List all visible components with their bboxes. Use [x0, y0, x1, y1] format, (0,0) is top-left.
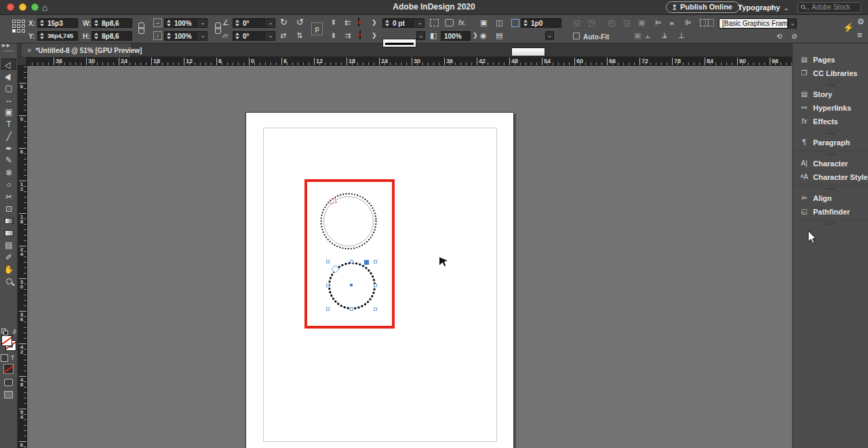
- selection-handle[interactable]: [374, 307, 377, 311]
- y-position-field[interactable]: 36p4,745: [37, 31, 78, 41]
- apply-none-button[interactable]: [3, 364, 14, 374]
- object-style-dropdown[interactable]: [Basic Graphics Frame]+: [719, 18, 788, 29]
- stroke-weight-stepper[interactable]: [384, 19, 390, 27]
- hand-tool[interactable]: ✋: [1, 264, 16, 276]
- note-tool[interactable]: ▤: [1, 240, 16, 251]
- rotate-ccw-button[interactable]: ↺: [296, 18, 304, 26]
- fit-content-proportionally-button[interactable]: ◳: [588, 18, 595, 27]
- flip-vertical-button[interactable]: ⇅: [296, 31, 302, 40]
- corner-shape-dropdown[interactable]: [511, 48, 545, 56]
- align-horizontal-centers-button[interactable]: ⫢: [670, 18, 674, 27]
- x-stepper[interactable]: [39, 19, 45, 27]
- clear-attributes-icon[interactable]: ⊘: [791, 32, 797, 41]
- selection-handle[interactable]: [350, 260, 353, 263]
- chevron-down-icon[interactable]: ⌄: [266, 19, 275, 27]
- gear-icon[interactable]: ⚙: [857, 18, 865, 26]
- align-bottom-edges-button[interactable]: ⊥: [678, 31, 685, 40]
- effects-button[interactable]: fx.: [458, 18, 467, 27]
- fill-options-arrow[interactable]: ❯: [372, 18, 377, 27]
- pencil-tool[interactable]: ✎: [1, 155, 16, 166]
- opacity-field[interactable]: 100%: [441, 31, 471, 41]
- collapse-panel-icon[interactable]: ▶▶: [2, 43, 11, 48]
- panel-button-paragraph[interactable]: ¶Paragraph: [793, 136, 868, 149]
- fill-swatch-none[interactable]: [358, 18, 359, 26]
- default-fill-stroke-icon[interactable]: [1, 329, 6, 333]
- wrap-around-bounding-box-button[interactable]: ◫: [496, 18, 502, 27]
- fill-frame-proportionally-button[interactable]: ◱: [573, 18, 580, 27]
- publish-online-button[interactable]: ↥Publish Online: [666, 1, 740, 13]
- proxy-cell[interactable]: [22, 29, 25, 33]
- opacity-options-arrow[interactable]: ❯: [473, 31, 478, 40]
- chevron-down-icon[interactable]: ⌄: [198, 32, 207, 40]
- type-tool[interactable]: T: [1, 119, 16, 130]
- ellipse-tool[interactable]: ○: [1, 179, 16, 191]
- stroke-style-chevron[interactable]: ⌄: [416, 31, 425, 40]
- page-tool[interactable]: ▢: [1, 83, 16, 94]
- y-stepper[interactable]: [39, 32, 45, 40]
- workspace-switcher[interactable]: Typography⌄: [738, 2, 789, 14]
- shear-stepper[interactable]: [234, 32, 240, 40]
- eyedropper-tool[interactable]: ✐: [1, 252, 16, 263]
- chevron-down-icon[interactable]: ⌄: [198, 19, 207, 27]
- proxy-cell[interactable]: [12, 20, 16, 23]
- select-container-indicator[interactable]: p: [311, 22, 323, 35]
- proxy-cell[interactable]: [17, 20, 20, 23]
- zoom-tool[interactable]: [1, 276, 16, 287]
- corner-radius-field[interactable]: 1p0: [521, 18, 561, 28]
- object-style-chevron[interactable]: ⌄: [788, 18, 797, 29]
- panel-button-pages[interactable]: ▤Pages: [793, 53, 868, 67]
- formatting-affects-container-button[interactable]: [1, 354, 8, 362]
- stroke-weight-field[interactable]: 0 pt⌄: [382, 18, 425, 28]
- fit-frame-to-content-button[interactable]: ◲: [623, 18, 630, 27]
- align-vertical-centers-button[interactable]: ⫡: [662, 31, 667, 40]
- h-stepper[interactable]: [93, 32, 99, 40]
- proxy-cell[interactable]: [22, 20, 25, 23]
- proxy-cell[interactable]: [12, 24, 16, 28]
- shear-angle-field[interactable]: 0°⌄: [233, 31, 275, 41]
- content-collector-tool[interactable]: ▣: [1, 107, 16, 118]
- gradient-feather-tool[interactable]: [1, 227, 16, 239]
- proxy-cell-selected[interactable]: [12, 29, 16, 33]
- selection-tool[interactable]: ▷: [1, 58, 16, 70]
- line-tool[interactable]: ╱: [1, 131, 16, 143]
- panel-group-divider[interactable]: [793, 130, 868, 136]
- align-top-edges-button[interactable]: ⫠: [646, 31, 650, 40]
- corner-options-icon[interactable]: [511, 19, 519, 27]
- wrap-around-object-button[interactable]: ◉: [480, 31, 487, 40]
- chevron-down-icon[interactable]: ⌄: [266, 32, 275, 40]
- stroke-swatch-none[interactable]: [359, 31, 361, 39]
- adobe-stock-search-input[interactable]: ⌄Adobe Stock: [797, 2, 861, 13]
- panel-button-hyperlinks[interactable]: ⚯Hyperlinks: [793, 101, 868, 115]
- panel-button-align[interactable]: ⊨Align: [793, 191, 868, 205]
- selection-handle[interactable]: [350, 307, 353, 311]
- select-previous-object-button[interactable]: ⇇: [344, 18, 351, 27]
- auto-fit-checkbox[interactable]: [573, 33, 580, 39]
- select-container-button[interactable]: ⇞: [330, 18, 336, 27]
- view-mode-button[interactable]: [4, 379, 13, 386]
- proxy-cell[interactable]: [22, 24, 25, 28]
- proxy-cell[interactable]: [17, 24, 20, 28]
- panel-group-divider[interactable]: [793, 151, 868, 157]
- reference-point-proxy[interactable]: [12, 20, 26, 34]
- wrap-none-button[interactable]: ▣: [480, 18, 487, 27]
- panel-menu-icon[interactable]: ≡: [857, 31, 863, 39]
- rotation-stepper[interactable]: [234, 19, 240, 27]
- panel-button-story[interactable]: ▤Story: [793, 88, 868, 101]
- screen-mode-button[interactable]: [4, 391, 13, 398]
- width-field[interactable]: 8p8,6: [92, 18, 132, 28]
- gap-tool[interactable]: ↔: [1, 94, 16, 106]
- height-field[interactable]: 8p8,6: [92, 31, 132, 41]
- stroke-options-arrow[interactable]: ❯: [372, 31, 377, 40]
- fill-swatch[interactable]: [1, 335, 12, 346]
- scissors-tool[interactable]: ✂: [1, 191, 16, 203]
- direct-selection-tool[interactable]: ▶: [1, 71, 16, 82]
- align-left-edges-button[interactable]: ⊨: [655, 18, 662, 27]
- panel-group-divider[interactable]: [793, 185, 868, 191]
- frame-tool[interactable]: ⊗: [1, 167, 16, 179]
- rotation-angle-field[interactable]: 0°⌄: [233, 18, 275, 28]
- align-right-edges-button[interactable]: ⊫: [685, 18, 692, 27]
- pen-tool[interactable]: ✒: [1, 143, 16, 155]
- x-position-field[interactable]: 15p3: [37, 18, 78, 28]
- stroke-style-dropdown[interactable]: [382, 39, 416, 48]
- drop-shadow-button[interactable]: [430, 19, 439, 26]
